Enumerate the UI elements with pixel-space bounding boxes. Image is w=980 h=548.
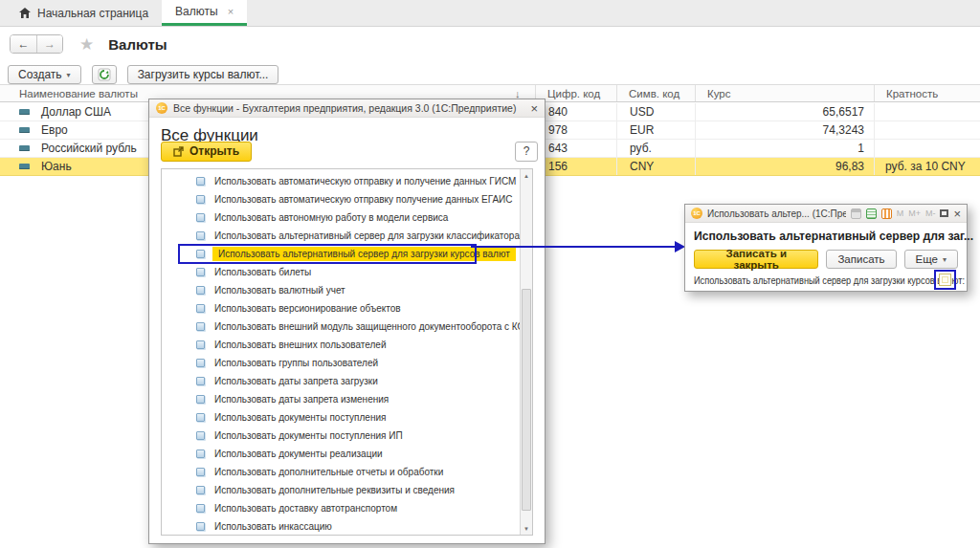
popup-heading: Использовать альтернативный сервер для з… xyxy=(694,229,940,243)
checkbox-label: Использовать альтернативный сервер для з… xyxy=(694,275,965,286)
functions-list-panel: Использовать автоматическую отправку и п… xyxy=(161,168,533,536)
function-item-label: Использовать внешний модуль защищенного … xyxy=(214,321,520,332)
function-item-label: Использовать автоматическую отправку и п… xyxy=(214,176,516,186)
dialog-title: Все функции - Бухгалтерия предприятия, р… xyxy=(173,102,516,114)
function-list-item[interactable]: Использовать документы поступления ИП xyxy=(162,427,520,445)
app-window: Начальная страница Валюты × ← → ★ Валюты… xyxy=(0,0,980,548)
currency-item-icon xyxy=(19,109,30,115)
column-header-numeric-code[interactable]: Цифр. код xyxy=(536,85,617,101)
printer-icon[interactable] xyxy=(851,208,861,219)
constant-icon xyxy=(196,413,205,422)
function-list-item[interactable]: Использовать документы реализации xyxy=(162,445,520,463)
popup-checkbox-row: Использовать альтернативный сервер для з… xyxy=(694,275,958,286)
function-list-item[interactable]: Использовать инкассацию xyxy=(162,517,520,535)
calculator-icon[interactable] xyxy=(866,208,877,219)
alternative-server-popup: 1С Использовать альтер... (1С:Предприяти… xyxy=(684,204,968,292)
constant-icon xyxy=(196,377,205,385)
refresh-rates-button[interactable] xyxy=(92,65,117,84)
popup-titlebar-icons: М М+ М- × xyxy=(851,208,961,220)
function-list-item[interactable]: Использовать билеты xyxy=(162,263,520,281)
save-button[interactable]: Записать xyxy=(826,250,896,269)
function-item-label: Использовать даты запрета загрузки xyxy=(214,376,378,386)
function-list-item[interactable]: Использовать автоматическую отправку пол… xyxy=(162,190,520,208)
popup-title: Использовать альтер... (1С:Предприятие) xyxy=(707,208,846,219)
forward-button[interactable]: → xyxy=(36,35,62,53)
alternative-server-checkbox[interactable] xyxy=(939,274,951,286)
memory-plus-button[interactable]: М+ xyxy=(908,208,921,218)
1c-logo-icon: 1С xyxy=(691,208,702,219)
function-item-label: Использовать внешних пользователей xyxy=(214,340,387,350)
load-rates-button[interactable]: Загрузить курсы валют... xyxy=(127,65,279,84)
scrollbar-thumb[interactable] xyxy=(522,289,531,511)
tab-currencies[interactable]: Валюты × xyxy=(162,0,247,26)
currency-numeric-code: 840 xyxy=(536,103,617,121)
scrollbar[interactable]: ▲ ▼ xyxy=(520,169,532,535)
column-header-rate[interactable]: Курс xyxy=(696,85,875,101)
close-icon[interactable]: × xyxy=(530,102,538,115)
column-header-symbol-code[interactable]: Симв. код xyxy=(617,85,696,101)
function-list-item[interactable]: Использовать группы пользователей xyxy=(162,354,520,372)
function-list-item[interactable]: Использовать валютный учет xyxy=(162,281,520,299)
constant-icon xyxy=(196,486,205,494)
functions-list: Использовать автоматическую отправку и п… xyxy=(162,169,520,535)
function-list-item[interactable]: Использовать внешних пользователей xyxy=(162,336,520,354)
function-item-label: Использовать инкассацию xyxy=(214,521,332,532)
dialog-toolbar: Открыть ? xyxy=(161,141,538,162)
function-list-item[interactable]: Использовать даты запрета загрузки xyxy=(162,372,520,390)
scroll-down-icon[interactable]: ▼ xyxy=(521,522,532,535)
history-buttons: ← → xyxy=(10,34,63,54)
back-button[interactable]: ← xyxy=(11,35,36,53)
create-button[interactable]: Создать ▾ xyxy=(8,65,81,84)
page-title: Валюты xyxy=(108,36,167,53)
currency-multiplicity xyxy=(875,103,980,121)
1c-logo-icon: 1С xyxy=(156,102,167,114)
favorite-star-icon[interactable]: ★ xyxy=(79,34,94,55)
currency-symbol-code: CNY xyxy=(617,158,696,175)
function-list-item[interactable]: Использовать дополнительные реквизиты и … xyxy=(162,481,520,499)
help-button[interactable]: ? xyxy=(515,142,538,162)
maximize-icon[interactable] xyxy=(940,209,948,217)
scroll-up-icon[interactable]: ▲ xyxy=(521,169,532,182)
currency-multiplicity xyxy=(875,121,980,139)
constant-icon xyxy=(196,268,205,276)
calendar-icon[interactable] xyxy=(881,208,892,219)
currency-multiplicity xyxy=(875,140,980,157)
more-button[interactable]: Еще ▾ xyxy=(904,250,958,269)
function-item-label: Использовать автоматическую отправку пол… xyxy=(214,194,513,205)
function-list-item[interactable]: Использовать альтернативный сервер для з… xyxy=(162,245,520,263)
popup-title-bar[interactable]: 1С Использовать альтер... (1С:Предприяти… xyxy=(685,205,967,223)
function-list-item[interactable]: Использовать автоматическую отправку и п… xyxy=(162,172,520,190)
close-icon[interactable]: × xyxy=(953,208,961,220)
save-and-close-button[interactable]: Записать и закрыть xyxy=(694,250,818,269)
dialog-title-bar[interactable]: 1С Все функции - Бухгалтерия предприятия… xyxy=(149,99,545,118)
constant-icon xyxy=(196,322,205,331)
constant-icon xyxy=(196,250,205,258)
memory-button[interactable]: М xyxy=(897,208,904,218)
constant-icon xyxy=(196,449,205,458)
column-header-multiplicity[interactable]: Кратность xyxy=(875,85,980,101)
function-list-item[interactable]: Использовать даты запрета изменения xyxy=(162,390,520,408)
function-list-item[interactable]: Использовать автономную работу в модели … xyxy=(162,208,520,227)
currency-rate: 65,6517 xyxy=(696,103,875,121)
function-list-item[interactable]: Использовать версионирование объектов xyxy=(162,299,520,318)
currency-name: Евро xyxy=(41,123,68,137)
open-button[interactable]: Открыть xyxy=(161,142,252,162)
function-item-label: Использовать документы реализации xyxy=(214,449,383,459)
function-list-item[interactable]: Использовать дополнительные отчеты и обр… xyxy=(162,463,520,481)
currency-item-icon xyxy=(19,127,30,133)
function-item-label: Использовать автономную работу в модели … xyxy=(214,212,448,223)
memory-minus-button[interactable]: М- xyxy=(925,208,936,218)
sort-descending-icon: ↓ xyxy=(515,88,521,99)
function-list-item[interactable]: Использовать альтернативный сервер для з… xyxy=(162,227,520,245)
tab-label: Валюты xyxy=(175,5,218,18)
function-item-label: Использовать дополнительные реквизиты и … xyxy=(214,485,455,495)
function-item-label: Использовать дополнительные отчеты и обр… xyxy=(214,467,443,477)
constant-icon xyxy=(196,177,205,186)
currency-rate: 96,83 xyxy=(696,158,875,175)
tab-close-icon[interactable]: × xyxy=(228,6,234,17)
function-list-item[interactable]: Использовать доставку автотранспортом xyxy=(162,499,520,517)
function-item-label: Использовать версионирование объектов xyxy=(214,303,401,314)
function-list-item[interactable]: Использовать внешний модуль защищенного … xyxy=(162,318,520,336)
function-list-item[interactable]: Использовать документы поступления xyxy=(162,408,520,427)
tab-home[interactable]: Начальная страница xyxy=(6,0,162,26)
